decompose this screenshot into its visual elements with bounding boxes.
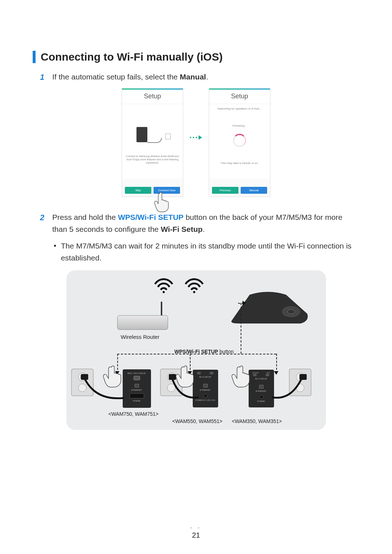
bullet-dot-icon: • [54,240,61,264]
section-title: Connecting to Wi-Fi manually (iOS) [33,51,359,63]
step-2-wfs: Wi-Fi Setup [161,225,203,233]
phone-left-body: Connect to Samsung Wireless Audio-Multir… [122,104,183,178]
phone-left-title: Setup [122,90,183,104]
arrowhead-icon [242,301,246,305]
svg-point-0 [163,291,165,293]
step-2-t3: . [203,225,205,233]
svg-point-1 [193,291,195,293]
model-label-750: <WAM750, WAM751> [109,411,159,417]
wps-button-label: WPS/Wi-Fi SETUP button [175,349,234,354]
svg-point-3 [287,309,295,314]
wps-button-label-bold: WPS/Wi-Fi SETUP [175,349,218,354]
step-1-text: If the automatic setup fails, select the… [52,71,208,83]
phone-right-footer: Previous Manual [212,187,267,194]
step-2-number: 2 [40,212,52,235]
step-2-text: Press and hold the WPS/Wi-Fi SETUP butto… [52,212,359,235]
wps-button-icon [210,372,213,374]
ethernet-port-icon [135,384,139,387]
wireless-router-icon [114,303,172,332]
phone-right-body: Searching for speakers or a Hub... Check… [209,104,270,178]
phone-right-searching: Searching for speakers or a Hub... [217,107,262,110]
svg-rect-15 [81,374,88,380]
power-port-icon [260,395,263,399]
step-2-t1: Press and hold the [52,213,118,221]
phone-right-checking: Checking... [232,124,247,127]
hand-press-icon [231,363,253,389]
page-number: · · 21 [0,525,392,539]
transition-arrow-icon [190,135,202,140]
step-2-wps: WPS/Wi-Fi SETUP [118,213,184,221]
step-1-bold: Manual [180,73,206,81]
phone-right-title: Setup [209,90,270,104]
phone-setup-left: Setup Connect to Samsung Wireless Audio-… [122,88,183,197]
phone-left-caption: Connect to Samsung Wireless Audio-Multir… [122,155,183,164]
phone-right-minute: This may take a minute or so. [221,161,259,165]
page-dots-icon: · · [0,525,392,531]
outlet-icon [166,134,171,139]
step-2: 2 Press and hold the WPS/Wi-Fi SETUP but… [40,212,359,235]
step-1: 1 If the automatic setup fails, select t… [40,71,359,83]
wifi-signal-icon [153,277,175,293]
wps-button-label-rest: button [218,349,234,354]
finger-tap-icon [153,191,171,213]
page-number-value: 21 [0,531,392,539]
step-2-bullet-text: The M7/M5/M3 can wait for 2 minutes in i… [61,240,359,264]
figure-wiring-diagram: Wireless Router WPS/Wi-Fi SETUP button W… [66,270,326,430]
wps-button-icon [134,376,140,380]
phone-left-footer: Skip Connect Now [125,187,180,194]
dashed-connector [276,354,277,373]
step-2-bullet: • The M7/M5/M3 can wait for 2 minutes in… [54,240,359,264]
cord-icon [147,138,162,143]
model-label-550: <WAM550, WAM551> [172,418,222,424]
figure-phone-screens: Setup Connect to Samsung Wireless Audio-… [33,88,359,197]
wifi-signal-icon [183,277,205,293]
skip-button[interactable]: Skip [125,187,151,194]
power-cord-icon [270,372,310,405]
step-1-pre: If the automatic setup fails, select the [52,73,180,81]
wireless-router-label: Wireless Router [121,334,160,340]
step-1-number: 1 [40,71,52,83]
svg-rect-16 [169,374,176,380]
loading-spinner-icon [233,134,246,147]
phone-setup-right: Setup Searching for speakers or a Hub...… [209,88,270,197]
previous-button[interactable]: Previous [212,187,238,194]
step-1-post: . [206,73,208,81]
power-cord-icon [80,372,127,405]
wps-button-icon [266,374,269,376]
power-port-icon [130,393,144,398]
power-cord-icon [168,372,204,405]
speaker-icon [136,127,147,142]
dashed-connector [241,303,241,354]
svg-rect-17 [299,374,307,380]
manual-button[interactable]: Manual [241,187,267,194]
speaker-plug-illustration [134,126,171,144]
ethernet-port-icon [259,385,264,389]
spk-add-button-icon [253,374,257,376]
model-label-350: <WAM350, WAM351> [232,418,282,424]
